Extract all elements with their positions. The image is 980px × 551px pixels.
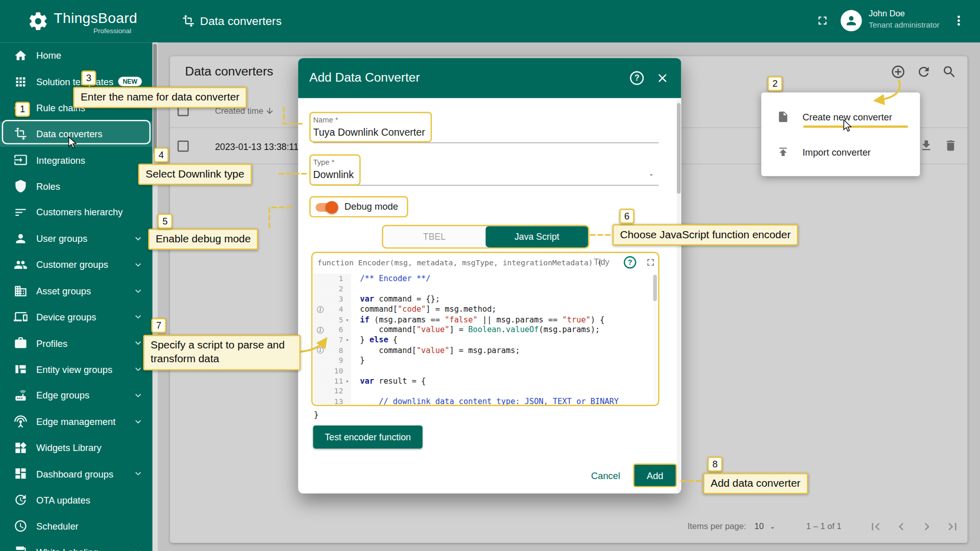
code-line-2: 2: [312, 284, 658, 294]
help-icon[interactable]: ?: [630, 71, 644, 85]
fullscreen-icon[interactable]: [816, 14, 829, 28]
chevron-down-icon: [133, 364, 144, 375]
sidebar-item-label: Asset groups: [36, 286, 91, 296]
line-gutter: 10: [312, 366, 351, 376]
sort-icon: [14, 206, 28, 219]
sidebar-item-label: Scheduler: [36, 521, 79, 532]
sidebar-item-label: Data converters: [36, 129, 103, 139]
sidebar-item-label: OTA updates: [36, 495, 90, 506]
tutorial-label-8: Add data converter: [703, 473, 808, 494]
tab-tbel[interactable]: TBEL: [383, 226, 486, 247]
shield-icon: [14, 180, 28, 193]
sidebar-item-edge-management[interactable]: Edge management: [0, 409, 153, 435]
sidebar-item-widgets-library[interactable]: Widgets Library: [0, 435, 153, 461]
chevron-down-icon: [133, 285, 144, 296]
closing-brace: }: [314, 410, 319, 419]
name-field[interactable]: Name * Tuya Downlink Converter: [313, 114, 658, 143]
devices-icon: [14, 310, 28, 324]
tutorial-step-8: 8: [707, 457, 722, 471]
line-gutter: 13: [312, 396, 351, 405]
cancel-button[interactable]: Cancel: [584, 470, 628, 481]
code-lines[interactable]: 1/** Encoder **/23var command = {};i4com…: [312, 272, 658, 405]
sidebar-item-edge-groups[interactable]: Edge groups: [0, 382, 153, 408]
dialog-scrollbar[interactable]: [677, 99, 680, 492]
sidebar-scrollbar[interactable]: [153, 42, 158, 551]
user-role: Tenant administrator: [869, 20, 940, 29]
file-icon: [777, 111, 789, 123]
type-value: Downlink: [313, 169, 658, 181]
kebab-menu-icon[interactable]: [951, 13, 966, 28]
sidebar-item-roles[interactable]: Roles: [0, 173, 153, 199]
sidebar-item-user-groups[interactable]: User groups: [0, 226, 153, 252]
chevron-down-icon: [133, 311, 144, 322]
name-label: Name *: [313, 116, 658, 124]
menu-item-create-new-converter[interactable]: Create new converter: [761, 99, 920, 135]
tutorial-step-5: 5: [158, 214, 173, 229]
tidy-button[interactable]: Tidy: [594, 257, 609, 266]
sidebar-item-entity-view-groups[interactable]: Entity view groups: [0, 356, 153, 382]
sidebar-item-asset-groups[interactable]: Asset groups: [0, 278, 153, 304]
add-button[interactable]: Add: [633, 464, 677, 488]
tutorial-step-7: 7: [151, 318, 166, 333]
paint-icon: [14, 545, 28, 551]
editor-help-icon[interactable]: ?: [624, 256, 636, 268]
input-icon: [14, 153, 28, 167]
type-select[interactable]: Type * Downlink: [313, 157, 658, 185]
code-line-13: 13 // downlink data content type: JSON, …: [312, 396, 658, 405]
dashboard-icon: [14, 467, 28, 481]
dialog-header: Add Data Converter ?: [298, 58, 681, 98]
app-edition: Professional: [54, 27, 131, 35]
debug-toggle[interactable]: [315, 203, 337, 212]
function-signature: function Encoder(msg, metadata, msgType,…: [317, 259, 602, 267]
transform-icon: [14, 127, 28, 141]
close-icon[interactable]: [655, 71, 669, 85]
sidebar-item-dashboard-groups[interactable]: Dashboard groups: [0, 461, 153, 487]
menu-item-import-converter[interactable]: Import converter: [761, 134, 920, 169]
sidebar-item-integrations[interactable]: Integrations: [0, 147, 153, 173]
caret-down-icon: [648, 171, 655, 179]
chevron-down-icon: [133, 233, 144, 244]
new-badge: NEW: [118, 77, 142, 86]
sidebar-item-home[interactable]: Home: [0, 42, 153, 68]
sidebar-item-device-groups[interactable]: Device groups: [0, 304, 153, 330]
tutorial-label-3: Enter the name for data converter: [73, 87, 247, 108]
sidebar-item-customers-hierarchy[interactable]: Customers hierarchy: [0, 199, 153, 226]
router-icon: [14, 388, 28, 402]
editor-scrollbar[interactable]: [653, 273, 657, 402]
line-gutter: i4: [312, 305, 351, 315]
sidebar-item-label: Profiles: [36, 338, 67, 348]
code-line-6: i6 command["value"] = Boolean.valueOf(ms…: [312, 325, 658, 335]
apps-icon: [14, 75, 28, 89]
code-line-1: 1/** Encoder **/: [312, 273, 658, 284]
info-icon: i: [317, 327, 324, 333]
info-icon: i: [317, 306, 324, 313]
test-encoder-button[interactable]: Test encoder function: [313, 425, 422, 448]
antenna-icon: [14, 415, 28, 429]
type-label: Type *: [313, 158, 658, 167]
code-line-3: 3var command = {};: [312, 294, 658, 304]
top-bar: ThingsBoard Professional Data converters…: [0, 0, 980, 42]
tab-javascript[interactable]: Java Script: [485, 226, 588, 247]
sidebar-item-profiles[interactable]: Profiles: [0, 330, 153, 356]
sidebar-item-white-labeling[interactable]: White Labeling: [0, 539, 153, 551]
line-gutter: i8: [312, 345, 351, 356]
debug-label: Debug mode: [345, 201, 398, 212]
line-gutter: 3: [312, 294, 351, 304]
sidebar-item-label: White Labeling: [36, 547, 99, 551]
line-gutter: 7▾: [312, 335, 351, 345]
tutorial-label-5: Enable debug mode: [148, 229, 258, 250]
chevron-down-icon: [133, 416, 144, 427]
sidebar-item-ota-updates[interactable]: OTA updates: [0, 487, 153, 513]
editor-fullscreen-icon[interactable]: [645, 257, 656, 268]
sidebar-item-scheduler[interactable]: Scheduler: [0, 513, 153, 539]
sidebar-item-label: Home: [36, 50, 61, 61]
sidebar-item-data-converters[interactable]: Data converters: [0, 121, 153, 147]
user-name: John Doe: [869, 9, 905, 18]
code-line-8: i8 command["value"] = msg.params;: [312, 345, 658, 356]
clock-icon: [14, 519, 28, 533]
code-line-12: 12: [312, 386, 658, 396]
avatar[interactable]: [841, 10, 862, 32]
sidebar-item-customer-groups[interactable]: Customer groups: [0, 252, 153, 278]
sidebar-item-label: Customer groups: [36, 259, 108, 270]
script-editor[interactable]: function Encoder(msg, metadata, msgType,…: [311, 252, 659, 406]
